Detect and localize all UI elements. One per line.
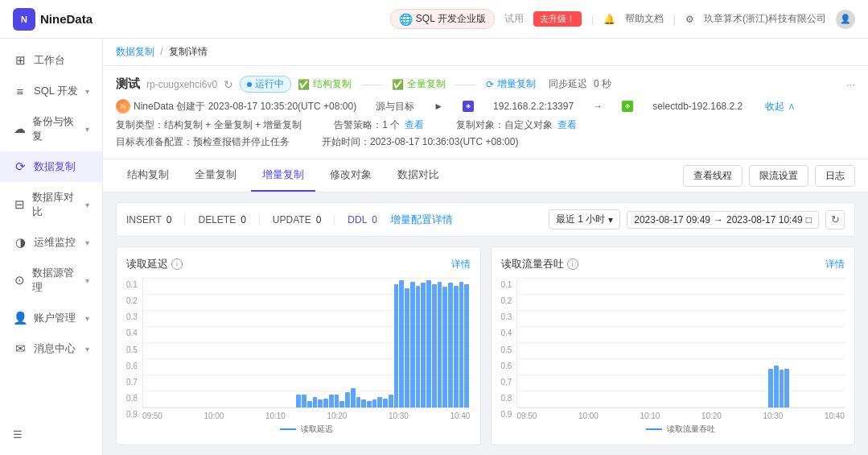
chart-bar — [296, 395, 301, 407]
info-replication-type: 复制类型：结构复制 + 全量复制 + 增量复制 — [116, 118, 302, 132]
sql-badge-text: SQL 开发企业版 — [416, 12, 486, 26]
alert-policy-text: 告警策略：1 个 — [334, 118, 400, 132]
target-table-text: 目标表准备配置：预检查报错并停止任务 — [116, 135, 290, 149]
tab-modify-objects[interactable]: 修改对象 — [319, 159, 383, 192]
read-delay-chart: 读取延迟 i 详情 0.9 0.8 0.7 0.6 0.5 — [116, 246, 481, 445]
sidebar-item-sql-dev[interactable]: ≡ SQL 开发 ▾ — [0, 76, 102, 106]
nav-left: N NineData — [13, 8, 93, 31]
stat-divider-1 — [184, 214, 185, 225]
chart-bar — [438, 282, 442, 407]
chart-bar — [351, 388, 356, 407]
avatar[interactable]: 👤 — [836, 10, 855, 29]
chart-bar — [356, 397, 361, 407]
sidebar-item-messages[interactable]: ✉ 消息中心 ▾ — [0, 333, 102, 364]
charts-row: 读取延迟 i 详情 0.9 0.8 0.7 0.6 0.5 — [116, 246, 855, 445]
chart-refresh-button[interactable]: ↻ — [825, 210, 845, 230]
nav-divider-2: | — [673, 14, 676, 25]
legend-label-delay: 读取延迟 — [301, 424, 333, 435]
chart-bar — [329, 395, 334, 407]
chart-bar — [421, 283, 426, 407]
step-arrow-2: —— — [455, 78, 476, 90]
throughput-plot-area — [516, 278, 845, 408]
delay-chart-inner: 0.9 0.8 0.7 0.6 0.5 0.4 0.3 0.2 0.1 — [126, 278, 471, 435]
tab-full[interactable]: 全量复制 — [183, 159, 248, 192]
source-ip: 192.168.2.2:13397 — [493, 101, 574, 112]
chevron-down-icon-backup: ▾ — [85, 125, 89, 134]
sidebar-item-data-replication[interactable]: ⟳ 数据复制 — [0, 151, 102, 182]
tab-incremental[interactable]: 增量复制 — [251, 159, 315, 192]
update-label: UPDATE — [273, 214, 311, 225]
sidebar-item-ops-monitor[interactable]: ◑ 运维监控 ▾ — [0, 227, 102, 258]
throughput-legend: 读取流量吞吐 — [516, 424, 845, 435]
info-icon-throughput[interactable]: i — [567, 259, 578, 270]
view-progress-button[interactable]: 查看线程 — [683, 165, 743, 187]
info-alert-policy: 告警策略：1 个 查看 — [334, 118, 424, 132]
throughput-bars — [517, 278, 845, 407]
refresh-icon[interactable]: ↻ — [224, 78, 233, 91]
step-arrow-1: —— — [361, 78, 382, 90]
chart-header-delay: 读取延迟 i 详情 — [126, 257, 471, 271]
messages-icon: ✉ — [13, 341, 27, 356]
tab-data-compare[interactable]: 数据对比 — [386, 159, 450, 192]
time-range-picker[interactable]: 2023-08-17 09:49 → 2023-08-17 10:49 □ — [627, 211, 819, 229]
sidebar-item-backup[interactable]: ☁ 备份与恢复 ▾ — [0, 106, 102, 151]
sidebar-label-workbench: 工作台 — [34, 53, 65, 68]
chevron-down-icon-compare: ▾ — [85, 201, 89, 209]
chart-bar — [426, 280, 431, 407]
info-replication-target: 复制对象：自定义对象 查看 — [456, 118, 577, 132]
trial-text: 试用 — [504, 12, 524, 26]
replication-target-link[interactable]: 查看 — [557, 118, 577, 132]
throughput-chart-inner: 0.9 0.8 0.7 0.6 0.5 0.4 0.3 0.2 0.1 — [501, 278, 845, 435]
chart-bar — [459, 282, 464, 407]
more-icon[interactable]: ··· — [846, 78, 855, 90]
delay-plot: 09:50 10:00 10:10 10:20 10:30 10:40 读取延 — [142, 278, 471, 435]
sidebar-label-replication: 数据复制 — [34, 159, 76, 174]
delay-detail-link[interactable]: 详情 — [451, 258, 471, 271]
incr-detail-link[interactable]: 增量配置详情 — [390, 213, 453, 227]
check-icon-full: ✅ — [392, 79, 404, 90]
step-incr: ⟳ 增量复制 — [486, 77, 536, 91]
source-icon: N — [116, 99, 130, 114]
sidebar-item-datasource[interactable]: ⊙ 数据源管理 ▾ — [0, 258, 102, 303]
calendar-icon: □ — [806, 214, 812, 225]
sidebar-label-sql: SQL 开发 — [34, 84, 78, 98]
sidebar-label-account: 账户管理 — [34, 311, 76, 325]
chevron-down-icon-messages: ▾ — [85, 345, 89, 354]
sidebar-collapse-button[interactable]: ☰ — [0, 420, 102, 449]
globe-icon: 🌐 — [399, 13, 413, 26]
chart-bar — [784, 369, 789, 407]
stat-divider-3 — [334, 214, 335, 225]
replication-target-text: 复制对象：自定义对象 — [456, 118, 553, 132]
sql-badge: 🌐 SQL 开发企业版 — [390, 9, 495, 29]
sidebar-item-data-compare[interactable]: ⊟ 数据库对比 ▾ — [0, 182, 102, 227]
task-detail-panel: 测试 rp-cuugxehci6v0 ↻ 运行中 ✅ 结构复制 —— ✅ 全量复… — [103, 66, 868, 159]
logs-button[interactable]: 日志 — [815, 165, 855, 187]
tab-structure[interactable]: 结构复制 — [116, 159, 180, 192]
created-by-text: NineData 创建于 2023-08-17 10:35:20(UTC +08… — [134, 100, 356, 114]
bell-icon[interactable]: 🔔 — [603, 14, 615, 25]
stat-insert: INSERT 0 — [126, 214, 171, 225]
incremental-content: INSERT 0 DELETE 0 UPDATE 0 DDL 0 — [103, 192, 868, 455]
info-start-time: 开始时间：2023-08-17 10:36:03(UTC +08:00) — [322, 135, 518, 149]
gear-icon[interactable]: ⚙ — [685, 14, 694, 25]
limit-settings-button[interactable]: 限流设置 — [749, 165, 808, 187]
chart-bar — [377, 397, 382, 407]
logo[interactable]: N NineData — [13, 8, 93, 31]
top-nav: N NineData 🌐 SQL 开发企业版 试用 去升级！ | 🔔 帮助文档 … — [0, 0, 868, 39]
delay-y-axis: 0.9 0.8 0.7 0.6 0.5 0.4 0.3 0.2 0.1 — [126, 278, 142, 435]
collapse-link[interactable]: 收起 ∧ — [765, 100, 795, 114]
datasource-icon: ⊙ — [13, 273, 26, 287]
account-icon: 👤 — [13, 311, 27, 325]
alert-link[interactable]: 查看 — [405, 118, 424, 132]
chart-bar — [307, 401, 312, 407]
throughput-detail-link[interactable]: 详情 — [825, 258, 845, 271]
sidebar-item-account[interactable]: 👤 账户管理 ▾ — [0, 303, 102, 333]
upgrade-button[interactable]: 去升级！ — [533, 11, 582, 27]
legend-line-throughput — [646, 428, 662, 430]
sidebar-item-workbench[interactable]: ⊞ 工作台 — [0, 45, 102, 76]
update-value: 0 — [316, 214, 322, 225]
breadcrumb-parent[interactable]: 数据复制 — [116, 46, 154, 57]
info-icon-delay[interactable]: i — [171, 259, 183, 270]
help-text[interactable]: 帮助文档 — [625, 12, 664, 26]
time-preset-dropdown[interactable]: 最近 1 小时 ▾ — [549, 209, 620, 230]
